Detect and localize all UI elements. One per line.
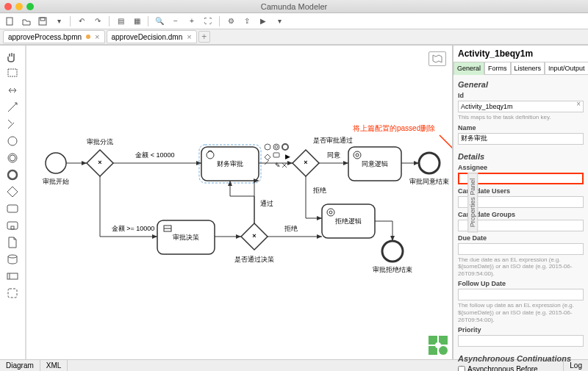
data-store-icon[interactable] — [2, 251, 23, 267]
tab-bpmn[interactable]: approveProcess.bpmn × — [3, 30, 105, 43]
svg-rect-2 — [40, 18, 45, 21]
selected-element-title: Activity_1beqy1m — [453, 46, 588, 62]
zoom-in-icon[interactable]: 🔍 — [152, 15, 167, 28]
align-icon[interactable]: ▤ — [113, 15, 128, 28]
undo-icon[interactable]: ↶ — [74, 15, 89, 28]
svg-text:▶: ▶ — [285, 153, 290, 160]
svg-rect-8 — [7, 205, 18, 212]
dropdown2-icon[interactable]: ▾ — [272, 15, 287, 28]
annotation-text: 将上篇配置的passed删除 — [353, 123, 435, 134]
svg-text:同意: 同意 — [327, 151, 340, 159]
due-date-input[interactable] — [458, 243, 584, 255]
toolbar: ▾ ↶ ↷ ▤ ▦ 🔍 − + ⛶ ⚙ ⇪ ▶ ▾ — [0, 13, 588, 29]
svg-text:×: × — [304, 159, 307, 166]
fit-icon[interactable]: ⛶ — [201, 15, 215, 28]
minimap-icon[interactable] — [429, 51, 446, 66]
svg-text:拒绝逻辑: 拒绝逻辑 — [334, 217, 362, 225]
svg-rect-10 — [11, 226, 14, 229]
priority-input[interactable] — [458, 335, 584, 347]
zoom-out-icon[interactable]: − — [168, 15, 183, 28]
svg-point-11 — [8, 255, 17, 258]
follow-up-help: The follow up date as an EL expression (… — [458, 302, 584, 323]
deploy-icon[interactable]: ⇪ — [240, 15, 254, 28]
tab-io[interactable]: Input/Output — [545, 62, 588, 75]
zoom-plus-icon[interactable]: + — [184, 15, 199, 28]
svg-point-71 — [435, 342, 441, 348]
group-icon[interactable] — [2, 285, 23, 301]
diagram-svg: 审批开始 × 审批分流 金额 < 10000 财务审批 ▶ ✎ — [26, 46, 449, 359]
tab-forms[interactable]: Forms — [484, 62, 511, 75]
svg-point-7 — [8, 170, 17, 179]
async-before-checkbox[interactable] — [458, 366, 465, 371]
follow-up-input[interactable] — [458, 289, 584, 300]
dirty-indicator-icon — [86, 35, 90, 39]
footer-xml-tab[interactable]: XML — [40, 360, 68, 371]
open-file-icon[interactable] — [19, 15, 34, 28]
svg-text:财务审批: 财务审批 — [217, 160, 243, 168]
svg-text:金额 < 10000: 金额 < 10000 — [135, 151, 174, 159]
run-icon[interactable]: ▶ — [256, 15, 270, 28]
close-window-icon[interactable] — [4, 3, 12, 10]
close-tab-icon[interactable]: × — [187, 32, 191, 41]
tab-dmn[interactable]: approveDecision.dmn × — [107, 30, 197, 43]
svg-text:是否通过决策: 是否通过决策 — [234, 256, 274, 263]
svg-point-43 — [419, 153, 440, 173]
tab-listeners[interactable]: Listeners — [511, 62, 545, 75]
subprocess-icon[interactable] — [2, 217, 23, 234]
tab-label: approveProcess.bpmn — [8, 33, 82, 41]
id-input[interactable] — [458, 101, 584, 112]
start-event-icon[interactable] — [2, 133, 23, 149]
connect-tool-icon[interactable] — [2, 116, 23, 132]
follow-up-label: Follow Up Date — [458, 280, 584, 287]
async-before-row[interactable]: Asynchronous Before — [458, 365, 584, 371]
end-event-icon[interactable] — [2, 167, 23, 183]
settings-icon[interactable]: ⚙ — [223, 15, 238, 28]
intermediate-event-icon[interactable] — [2, 150, 23, 166]
footer-diagram-tab[interactable]: Diagram — [0, 360, 40, 371]
camunda-logo-icon — [429, 336, 448, 355]
space-tool-icon[interactable] — [2, 82, 23, 98]
participant-icon[interactable] — [2, 268, 23, 284]
svg-text:×: × — [252, 232, 256, 239]
section-async: Asynchronous Continuations — [458, 354, 584, 363]
svg-text:通过: 通过 — [260, 200, 273, 207]
section-details: Details — [458, 152, 584, 161]
redo-icon[interactable]: ↷ — [90, 15, 105, 28]
close-tab-icon[interactable]: × — [95, 32, 99, 41]
global-connect-icon[interactable] — [2, 99, 23, 115]
gateway-icon[interactable] — [2, 184, 23, 200]
priority-label: Priority — [458, 326, 584, 334]
due-date-help: The due date as an EL expression (e.g. $… — [458, 256, 584, 278]
tab-label: approveDecision.dmn — [112, 33, 183, 41]
task-icon[interactable] — [2, 201, 23, 217]
hand-tool-icon[interactable] — [2, 48, 23, 65]
section-general: General — [458, 80, 584, 89]
svg-text:×: × — [98, 159, 101, 166]
property-tabs: General Forms Listeners Input/Output — [453, 62, 588, 75]
lasso-tool-icon[interactable] — [2, 65, 23, 82]
svg-point-29 — [282, 144, 288, 150]
panel-handle[interactable]: Properties Panel — [467, 173, 478, 232]
svg-rect-0 — [7, 18, 12, 25]
tab-general[interactable]: General — [453, 62, 484, 75]
window-controls — [4, 3, 34, 10]
name-input[interactable] — [458, 133, 584, 145]
add-tab-button[interactable]: + — [198, 31, 210, 43]
tab-bar: approveProcess.bpmn × approveDecision.dm… — [0, 29, 588, 46]
new-file-icon[interactable] — [3, 15, 18, 28]
svg-text:同意逻辑: 同意逻辑 — [362, 160, 388, 168]
dropdown-icon[interactable]: ▾ — [51, 15, 66, 28]
data-object-icon[interactable] — [2, 234, 23, 251]
svg-point-65 — [382, 241, 403, 262]
svg-point-4 — [8, 137, 17, 145]
minimize-window-icon[interactable] — [15, 3, 23, 10]
distribute-icon[interactable]: ▦ — [129, 15, 144, 28]
svg-rect-3 — [8, 69, 17, 76]
palette — [0, 46, 26, 359]
svg-point-26 — [265, 144, 270, 150]
save-icon[interactable] — [35, 15, 50, 28]
bpmn-canvas[interactable]: 审批开始 × 审批分流 金额 < 10000 财务审批 ▶ ✎ — [26, 46, 452, 359]
maximize-window-icon[interactable] — [26, 3, 34, 10]
app-title: Camunda Modeler — [261, 2, 328, 11]
svg-point-15 — [46, 153, 66, 173]
